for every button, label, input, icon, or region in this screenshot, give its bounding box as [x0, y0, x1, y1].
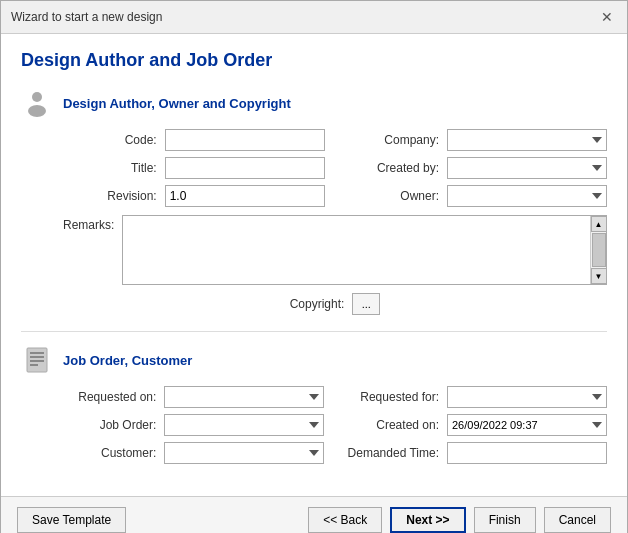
owner-select[interactable] [447, 185, 607, 207]
close-button[interactable]: ✕ [597, 7, 617, 27]
created-by-select[interactable] [447, 157, 607, 179]
customer-select[interactable] [164, 442, 324, 464]
cancel-button[interactable]: Cancel [544, 507, 611, 533]
owner-label: Owner: [333, 189, 439, 203]
code-label: Code: [63, 133, 157, 147]
company-select[interactable] [447, 129, 607, 151]
scroll-down-arrow[interactable]: ▼ [591, 268, 607, 284]
dialog-footer: Save Template << Back Next >> Finish Can… [1, 496, 627, 533]
revision-label: Revision: [63, 189, 157, 203]
svg-rect-4 [30, 356, 44, 358]
code-input[interactable] [165, 129, 325, 151]
remarks-container: ▲ ▼ [122, 215, 607, 285]
copyright-row: Copyright: ... [63, 293, 607, 315]
title-label: Title: [63, 161, 157, 175]
job-order-label: Job Order: [63, 418, 156, 432]
svg-point-1 [28, 105, 46, 117]
back-button[interactable]: << Back [308, 507, 382, 533]
dialog-body: Design Author and Job Order Design Autho… [1, 34, 627, 496]
svg-rect-5 [30, 360, 44, 362]
finish-button[interactable]: Finish [474, 507, 536, 533]
section-divider [21, 331, 607, 332]
page-title: Design Author and Job Order [21, 50, 607, 71]
remarks-label: Remarks: [63, 215, 114, 232]
section1-header: Design Author, Owner and Copyright [21, 87, 607, 119]
next-button[interactable]: Next >> [390, 507, 465, 533]
scroll-thumb[interactable] [592, 233, 606, 267]
requested-for-label: Requested for: [332, 390, 439, 404]
section2-header: Job Order, Customer [21, 344, 607, 376]
section2-title: Job Order, Customer [63, 353, 192, 368]
person-icon [21, 87, 53, 119]
title-input[interactable] [165, 157, 325, 179]
job-order-select[interactable] [164, 414, 324, 436]
svg-rect-6 [30, 364, 38, 366]
design-author-section: Design Author, Owner and Copyright Code:… [21, 87, 607, 315]
requested-for-select[interactable] [447, 386, 607, 408]
created-on-select[interactable]: 26/09/2022 09:37 [447, 414, 607, 436]
form-grid-1: Code: Company: Title: Created by: Revisi… [63, 129, 607, 207]
company-label: Company: [333, 133, 439, 147]
revision-input[interactable] [165, 185, 325, 207]
copyright-button[interactable]: ... [352, 293, 380, 315]
joborder-icon [21, 344, 53, 376]
remarks-textarea[interactable] [123, 216, 590, 284]
requested-on-label: Requested on: [63, 390, 156, 404]
copyright-label: Copyright: [63, 297, 344, 311]
scrollbar: ▲ ▼ [590, 216, 606, 284]
scroll-up-arrow[interactable]: ▲ [591, 216, 607, 232]
created-on-label: Created on: [332, 418, 439, 432]
svg-point-0 [32, 92, 42, 102]
title-bar: Wizard to start a new design ✕ [1, 1, 627, 34]
section1-title: Design Author, Owner and Copyright [63, 96, 291, 111]
form-grid-2: Requested on: Requested for: Job Order: … [63, 386, 607, 464]
demanded-time-input[interactable] [447, 442, 607, 464]
created-by-label: Created by: [333, 161, 439, 175]
remarks-row: Remarks: ▲ ▼ [63, 215, 607, 285]
requested-on-select[interactable] [164, 386, 324, 408]
save-template-button[interactable]: Save Template [17, 507, 126, 533]
demanded-time-label: Demanded Time: [332, 446, 439, 460]
customer-label: Customer: [63, 446, 156, 460]
title-bar-text: Wizard to start a new design [11, 10, 162, 24]
job-order-section: Job Order, Customer Requested on: Reques… [21, 344, 607, 464]
svg-rect-3 [30, 352, 44, 354]
wizard-dialog: Wizard to start a new design ✕ Design Au… [0, 0, 628, 533]
